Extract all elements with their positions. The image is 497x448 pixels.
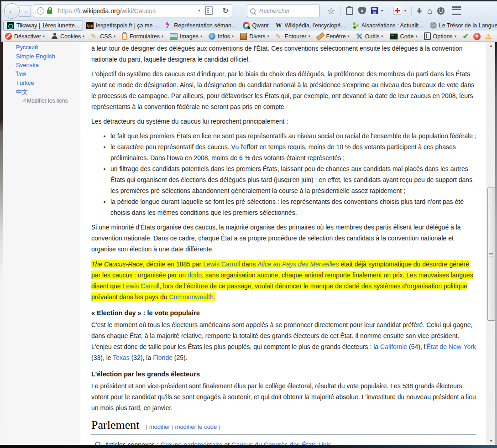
- warning-icon[interactable]: [485, 33, 492, 40]
- edit-link[interactable]: modifier: [149, 423, 170, 430]
- code-terminal-icon: [390, 33, 398, 40]
- urlbar-dropdown-icon[interactable]: ▼: [198, 9, 201, 13]
- article-content: à leur tour de désigner des délégués aux…: [80, 42, 487, 445]
- devtoolbar-menu-divers[interactable]: Divers▾: [240, 33, 269, 40]
- language-link[interactable]: Simple English: [16, 52, 80, 61]
- bookmark-item[interactable]: Représentation séman...: [162, 21, 239, 30]
- bookmark-item[interactable]: lespetitspois.fr | ça me ...: [83, 21, 162, 30]
- outline-pencil-icon: [276, 33, 283, 40]
- devtoolbar-menu-images[interactable]: Images▾: [170, 33, 202, 40]
- chevron-down-icon: ▾: [382, 34, 383, 38]
- search-input[interactable]: [258, 7, 310, 15]
- bookmark-label: Tikaway | 1ères lunette...: [16, 22, 79, 29]
- language-link[interactable]: 中文: [16, 88, 80, 97]
- feedback-smiley-icon[interactable]: [437, 7, 445, 15]
- error-icon[interactable]: [473, 33, 481, 40]
- addon-dropdown-icon[interactable]: ▾: [404, 9, 406, 13]
- bookmark-label: Représentation séman...: [174, 22, 236, 29]
- scrollbar-up-arrow[interactable]: ▲: [487, 42, 495, 50]
- inline-link[interactable]: Floride: [153, 354, 173, 361]
- desktop-edge-right: [495, 42, 497, 445]
- bookmark-label: lespetitspois.fr | ça me ...: [96, 22, 159, 29]
- devtoolbar-menu-formulaires[interactable]: Formulaires▾: [122, 33, 163, 40]
- devtoolbar-menu-fenetre[interactable]: Fenêtre▾: [317, 33, 350, 40]
- inline-link[interactable]: dodo: [188, 271, 202, 278]
- home-icon[interactable]: ⌂: [427, 7, 432, 15]
- devtoolbar-label: Images: [180, 33, 199, 40]
- pocket-icon[interactable]: ∨: [358, 7, 366, 14]
- bookmark-star-icon[interactable]: ☆: [327, 6, 335, 16]
- https-padlock-icon[interactable]: [47, 10, 52, 14]
- save-floppy-icon[interactable]: [371, 7, 378, 14]
- reader-mode-icon[interactable]: [205, 6, 213, 15]
- text-segment: dans: [240, 260, 257, 267]
- text-segment: un filtrage des candidats potentiels dan…: [110, 165, 472, 194]
- list-item: le caractère peu représentatif des caucu…: [110, 141, 476, 163]
- text-segment: (54), l': [407, 343, 426, 350]
- related-articles-banner: Articles connexes : Groupe parlementaire…: [91, 438, 476, 445]
- window-frame-top: [0, 0, 497, 1]
- save-dropdown-icon[interactable]: ▾: [381, 9, 383, 13]
- search-box[interactable]: [247, 5, 320, 17]
- devtoolbar-menu-infos[interactable]: Infos▾: [209, 33, 234, 40]
- text-segment: Si une minorité d'États organise des cau…: [91, 224, 461, 253]
- addon-cross-icon[interactable]: [393, 7, 401, 15]
- inline-link[interactable]: Lewis Carroll: [203, 260, 240, 267]
- inline-link[interactable]: Californie: [380, 343, 407, 350]
- language-link[interactable]: ไทย: [16, 70, 80, 79]
- text-segment: la période longue durant laquelle se fon…: [110, 198, 464, 216]
- devtoolbar-menu-code[interactable]: Code▾: [390, 33, 418, 40]
- criticism-list: le fait que les premiers États en lice n…: [91, 130, 476, 218]
- search-icon: [250, 8, 256, 14]
- reload-icon[interactable]: ↻: [221, 6, 230, 15]
- bookmark-item[interactable]: Qwant: [240, 21, 272, 30]
- css-pencil-icon: [91, 33, 98, 40]
- bookmark-item[interactable]: Alsacréations : Actualit...: [349, 21, 427, 30]
- edit-interlanguage-links[interactable]: Modifier les liens: [16, 98, 80, 104]
- inline-link[interactable]: Commonwealth: [169, 293, 213, 300]
- devtoolbar-menu-css[interactable]: CSS▾: [91, 33, 115, 40]
- paragraph: Si une minorité d'États organise des cau…: [91, 222, 476, 255]
- valid-check-icon[interactable]: ✔: [463, 32, 469, 41]
- devtoolbar-menu-cookies[interactable]: Cookies▾: [51, 33, 84, 40]
- devtoolbar-menu-entourer[interactable]: Entourer▾: [276, 33, 310, 40]
- chevron-down-icon: ▾: [348, 34, 350, 38]
- downloads-icon[interactable]: [417, 7, 422, 14]
- forward-button[interactable]: →: [19, 5, 31, 17]
- language-link[interactable]: Svenska: [16, 61, 80, 70]
- url-text[interactable]: https://fr.wikipedia.org/wiki/Caucus: [58, 7, 194, 15]
- bookmark-item[interactable]: Tikaway | 1ères lunette...: [3, 21, 83, 31]
- back-button[interactable]: ←: [4, 3, 20, 19]
- paragraph: C'est le moment où tous les électeurs am…: [91, 319, 476, 363]
- scrollbar-down-arrow[interactable]: ▼: [487, 437, 495, 445]
- page-info-icon[interactable]: i: [37, 7, 44, 15]
- bookmark-item[interactable]: Wikipédia, l'encyclopé...: [272, 21, 349, 30]
- edit-code-link[interactable]: modifier le code: [175, 423, 217, 430]
- inline-link[interactable]: Alice au Pays des Merveilles: [257, 260, 339, 267]
- devtoolbar-menu-desactiver[interactable]: Désactiver▾: [5, 33, 45, 40]
- url-bar[interactable]: i https://fr.wikipedia.org/wiki/Caucus ▼…: [33, 5, 232, 17]
- scrollbar-thumb[interactable]: [487, 188, 495, 321]
- vertical-scrollbar[interactable]: ▲ ▼: [487, 42, 495, 445]
- hamburger-menu-icon[interactable]: [452, 6, 461, 15]
- clipboard-icon[interactable]: [346, 7, 353, 15]
- inline-link[interactable]: Groupe parlementaire: [160, 441, 222, 445]
- devtoolbar-menu-outils[interactable]: Outils▾: [356, 33, 383, 40]
- language-link[interactable]: Türkçe: [16, 78, 80, 88]
- devtoolbar-label: Outils: [365, 33, 380, 40]
- images-icon: [170, 33, 178, 40]
- bookmark-label: Alsacréations : Actualit...: [361, 22, 424, 29]
- inline-link[interactable]: Texas: [113, 354, 130, 361]
- paragraph: Les détracteurs du système du caucus lui…: [91, 116, 476, 127]
- inline-link[interactable]: Caucus du Congrès des États-Unis.: [231, 441, 333, 445]
- text-segment: Le président et son vice-président sont …: [91, 382, 476, 412]
- paragraph: L'objectif du système des caucus est d'i…: [91, 68, 476, 112]
- inline-link[interactable]: Lewis Carroll: [123, 282, 160, 289]
- inline-link[interactable]: État de New-York: [427, 343, 476, 350]
- devtoolbar-menu-options[interactable]: Options▾: [424, 32, 456, 40]
- bookmark-item[interactable]: Le Trésor de la Langue...: [427, 21, 497, 30]
- devtoolbar-label: Cookies: [60, 33, 81, 40]
- language-link[interactable]: Русский: [16, 43, 80, 52]
- urlbar-divider: [55, 7, 55, 15]
- tools-icon: [356, 33, 363, 40]
